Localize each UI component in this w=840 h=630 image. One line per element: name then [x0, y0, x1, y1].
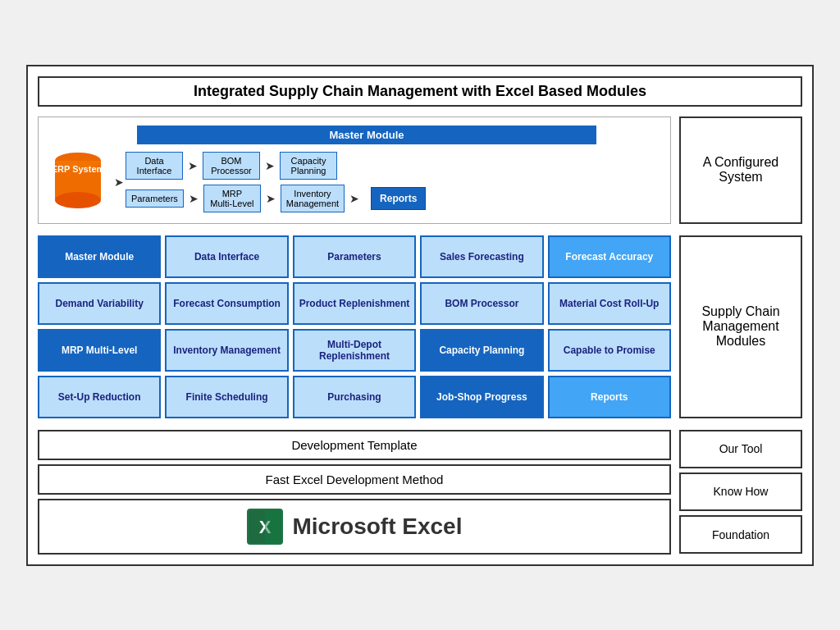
module-sales-forecasting[interactable]: Sales Forecasting	[420, 235, 543, 278]
flow-data-interface: DataInterface	[126, 152, 183, 180]
svg-rect-7	[265, 510, 281, 543]
foundation-box: Foundation	[679, 515, 802, 554]
module-multidepot-replenishment[interactable]: Multi-Depot Replenishment	[293, 329, 416, 372]
page-title: Integrated Supply Chain Management with …	[38, 76, 802, 107]
excel-box: X Microsoft Excel	[38, 499, 671, 555]
svg-point-2	[55, 192, 101, 208]
flow-row-2: Parameters ➤ MRPMulti-Level ➤ InventoryM…	[126, 185, 662, 212]
bottom-right: Our Tool Know How Foundation	[679, 430, 802, 555]
supply-chain-label: Supply Chain Management Modules	[679, 235, 802, 418]
arrow-4: ➤	[266, 192, 276, 205]
module-parameters[interactable]: Parameters	[293, 235, 416, 278]
arrow-5: ➤	[349, 192, 359, 205]
arrow-3: ➤	[189, 192, 199, 205]
arrow-2: ➤	[265, 159, 275, 172]
know-how-box: Know How	[679, 472, 802, 511]
diagram-area: Master Module ERP System ➤	[38, 116, 671, 224]
flow-parameters: Parameters	[126, 189, 184, 208]
middle-section: Master Module Data Interface Parameters …	[38, 235, 802, 418]
configured-system-box: A Configured System	[679, 116, 802, 224]
module-mrp-multilevel[interactable]: MRP Multi-Level	[38, 329, 161, 372]
module-purchasing[interactable]: Purchasing	[293, 376, 416, 418]
module-forecast-accuracy[interactable]: Forecast Accuracy	[548, 235, 671, 278]
erp-system: ERP System	[47, 149, 112, 215]
top-section: Master Module ERP System ➤	[38, 116, 802, 224]
erp-cylinder-icon	[47, 149, 109, 212]
module-jobshop-progress[interactable]: Job-Shop Progress	[420, 376, 543, 418]
module-capacity-planning[interactable]: Capacity Planning	[420, 329, 543, 372]
arrow-erp-data: ➤	[114, 176, 124, 189]
flow-mrp-multilevel: MRPMulti-Level	[203, 185, 261, 212]
module-data-interface[interactable]: Data Interface	[165, 235, 288, 278]
module-reports[interactable]: Reports	[548, 376, 671, 418]
module-product-replenishment[interactable]: Product Replenishment	[293, 282, 416, 325]
flow-row-1: DataInterface ➤ BOMProcessor ➤ CapacityP…	[126, 152, 662, 180]
module-material-cost-rollup[interactable]: Material Cost Roll-Up	[548, 282, 671, 325]
excel-text: Microsoft Excel	[293, 514, 463, 540]
module-master-module[interactable]: Master Module	[38, 235, 161, 278]
our-tool-box: Our Tool	[679, 430, 802, 468]
main-container: Integrated Supply Chain Management with …	[26, 65, 814, 566]
excel-logo-icon: X	[247, 509, 283, 545]
dev-template-box: Development Template	[38, 430, 671, 460]
module-inventory-management[interactable]: Inventory Management	[165, 329, 288, 372]
module-capable-to-promise[interactable]: Capable to Promise	[548, 329, 671, 372]
arrow-1: ➤	[188, 159, 198, 172]
fast-excel-box: Fast Excel Development Method	[38, 464, 671, 495]
flow-reports: Reports	[371, 187, 426, 210]
flow-capacity-planning: CapacityPlanning	[280, 152, 337, 180]
bottom-section: Development Template Fast Excel Developm…	[38, 430, 802, 555]
flow-inventory-mgmt: InventoryManagement	[281, 185, 345, 212]
bottom-left: Development Template Fast Excel Developm…	[38, 430, 671, 555]
module-grid: Master Module Data Interface Parameters …	[38, 235, 671, 418]
flow-bom-processor: BOMProcessor	[203, 152, 260, 180]
erp-label: ERP System	[47, 164, 109, 174]
module-bom-processor[interactable]: BOM Processor	[420, 282, 543, 325]
module-finite-scheduling[interactable]: Finite Scheduling	[165, 376, 288, 418]
module-forecast-consumption[interactable]: Forecast Consumption	[165, 282, 288, 325]
module-demand-variability[interactable]: Demand Variability	[38, 282, 161, 325]
module-setup-reduction[interactable]: Set-Up Reduction	[38, 376, 161, 418]
master-module-bar: Master Module	[137, 126, 596, 144]
